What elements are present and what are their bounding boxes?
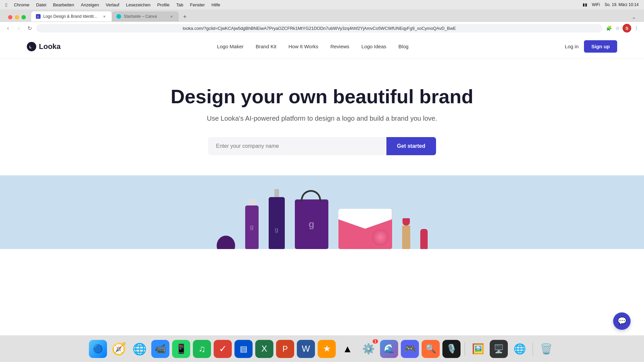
product-showcase: g g g <box>0 175 644 249</box>
tab-1-close[interactable]: ✕ <box>102 14 107 19</box>
product-small-item <box>420 229 428 249</box>
menu-datei[interactable]: Datei <box>36 2 46 7</box>
dock-chrome-2[interactable]: 🌐 <box>511 340 529 358</box>
search-row: Get started <box>208 137 436 155</box>
nav-reviews[interactable]: Reviews <box>330 44 350 49</box>
menu-hilfe[interactable]: Hilfe <box>212 2 220 7</box>
macos-menubar:  Chrome Datei Bearbeiten Anzeigen Verla… <box>0 0 644 9</box>
get-started-button[interactable]: Get started <box>386 137 436 155</box>
minimize-button[interactable] <box>15 15 19 19</box>
hero-title: Design your own beautiful brand <box>7 85 637 108</box>
dock-spotify[interactable]: ♫ <box>193 340 211 358</box>
dock-discord[interactable]: 🎮 <box>401 340 419 358</box>
nav-logo-maker[interactable]: Logo Maker <box>217 44 244 49</box>
url-bar[interactable] <box>36 24 602 33</box>
nav-links: Logo Maker Brand Kit How It Works Review… <box>217 44 409 49</box>
apple-icon[interactable]:  <box>5 2 7 8</box>
dock-audiohijack[interactable]: 🎙️ <box>442 340 461 358</box>
nav-blog[interactable]: Blog <box>398 44 409 49</box>
hero-subtitle: Use Looka's AI-powered platform to desig… <box>7 115 637 122</box>
window-controls <box>4 12 30 21</box>
dock-preview[interactable]: 🖼️ <box>469 340 487 358</box>
dock-badge-systemprefs: 1 <box>373 339 378 344</box>
product-items: g g g <box>217 189 428 249</box>
dock-reeder[interactable]: ★ <box>318 340 336 358</box>
dock-zoom[interactable]: 📹 <box>151 340 169 358</box>
menu-chrome[interactable]: Chrome <box>14 2 29 7</box>
dock-arc[interactable]: 🌊 <box>380 340 398 358</box>
tab-2-close[interactable]: ✕ <box>169 14 174 19</box>
wifi-icon: WiFi <box>592 2 600 7</box>
site-navigation: ʟ Looka Logo Maker Brand Kit How It Work… <box>0 35 644 59</box>
menu-verlauf[interactable]: Verlauf <box>106 2 119 7</box>
product-envelope <box>338 209 392 249</box>
dock-powerpoint[interactable]: P <box>276 340 294 358</box>
tab-expand[interactable]: ⌄ <box>629 12 639 21</box>
menu-fenster[interactable]: Fenster <box>190 2 205 7</box>
macos-dock: 🔵 🧭 🌐 📹 📱 ♫ ✓ ▤ X P W ★ ▲ <box>0 335 644 362</box>
menu-anzeigen[interactable]: Anzeigen <box>81 2 99 7</box>
tab-2-title: Startseite – Canva <box>124 14 166 19</box>
dock-whatsapp[interactable]: 📱 <box>172 340 190 358</box>
menu-tab[interactable]: Tab <box>176 2 183 7</box>
product-item-circle <box>217 236 235 249</box>
dock-finder[interactable]: 🔵 <box>89 340 107 358</box>
browser-actions: 🧩 ☆ S ⋮ <box>605 24 640 33</box>
logo-icon: ʟ <box>27 42 36 51</box>
logo-text: Looka <box>39 42 61 51</box>
profile-icon[interactable]: S <box>623 24 631 33</box>
chat-button[interactable]: 💬 <box>613 312 631 330</box>
menu-items:  Chrome Datei Bearbeiten Anzeigen Verla… <box>5 2 220 8</box>
dock-trash[interactable]: 🗑️ <box>537 340 555 358</box>
hero-section: Design your own beautiful brand Use Look… <box>0 59 644 175</box>
extensions-icon[interactable]: 🧩 <box>605 24 612 32</box>
svg-text:ʟ: ʟ <box>29 44 32 49</box>
dock-safari[interactable]: 🧭 <box>110 340 128 358</box>
nav-logo-ideas[interactable]: Logo Ideas <box>362 44 386 49</box>
dock-proxyman[interactable]: 🔍 <box>422 340 440 358</box>
product-nail-polish-1: g <box>245 199 259 249</box>
tab-1-title: Logo Design & Brand Identity ... <box>43 14 99 19</box>
datetime: So. 19. März 10:14 <box>605 2 639 7</box>
dock-divider-2 <box>533 342 533 356</box>
nav-actions: Log in Sign up <box>565 40 617 53</box>
nav-brand-kit[interactable]: Brand Kit <box>256 44 276 49</box>
forward-button[interactable]: › <box>15 24 23 32</box>
maximize-button[interactable] <box>21 15 26 19</box>
dock-trello[interactable]: ▤ <box>234 340 253 358</box>
new-tab-button[interactable]: + <box>180 12 190 21</box>
svg-point-0 <box>27 42 36 51</box>
site-logo[interactable]: ʟ Looka <box>27 42 61 51</box>
dock-googledrive[interactable]: ▲ <box>338 340 357 358</box>
bookmark-star-icon[interactable]: ☆ <box>614 24 621 32</box>
chrome-menu-icon[interactable]: ⋮ <box>633 24 640 32</box>
menu-bearbeiten[interactable]: Bearbeiten <box>53 2 74 7</box>
dock-chrome[interactable]: 🌐 <box>130 340 149 358</box>
battery-icon: ▮▮ <box>583 2 587 7</box>
product-shopping-bag: g <box>295 199 328 249</box>
company-name-input[interactable] <box>208 137 386 155</box>
signup-button[interactable]: Sign up <box>584 40 617 53</box>
close-button[interactable] <box>8 15 12 19</box>
product-nail-polish-2: g <box>269 189 285 249</box>
menu-lesezeichen[interactable]: Lesezeichen <box>126 2 151 7</box>
dock-screensaver[interactable]: 🖥️ <box>490 340 508 358</box>
browser-window: L Logo Design & Brand Identity ... ✕ Sta… <box>0 9 644 35</box>
dock-systemprefs[interactable]: ⚙️ 1 <box>359 340 377 358</box>
nav-how-it-works[interactable]: How It Works <box>288 44 318 49</box>
back-button[interactable]: ‹ <box>4 24 12 32</box>
tab-2[interactable]: Startseite – Canva ✕ <box>112 11 179 21</box>
address-bar-row: ‹ › ↻ 🧩 ☆ S ⋮ <box>0 21 644 35</box>
reload-button[interactable]: ↻ <box>25 24 34 32</box>
system-tray: ▮▮ WiFi So. 19. März 10:14 <box>583 2 639 7</box>
website-content: ʟ Looka Logo Maker Brand Kit How It Work… <box>0 35 644 331</box>
chat-icon: 💬 <box>618 317 627 325</box>
dock-todoist[interactable]: ✓ <box>214 340 232 358</box>
tab-1[interactable]: L Logo Design & Brand Identity ... ✕ <box>31 11 112 21</box>
dock-excel[interactable]: X <box>255 340 273 358</box>
menu-profile[interactable]: Profile <box>157 2 170 7</box>
product-lipstick <box>402 218 410 249</box>
login-button[interactable]: Log in <box>565 44 579 49</box>
dock-word[interactable]: W <box>297 340 315 358</box>
dock-divider <box>465 342 465 356</box>
